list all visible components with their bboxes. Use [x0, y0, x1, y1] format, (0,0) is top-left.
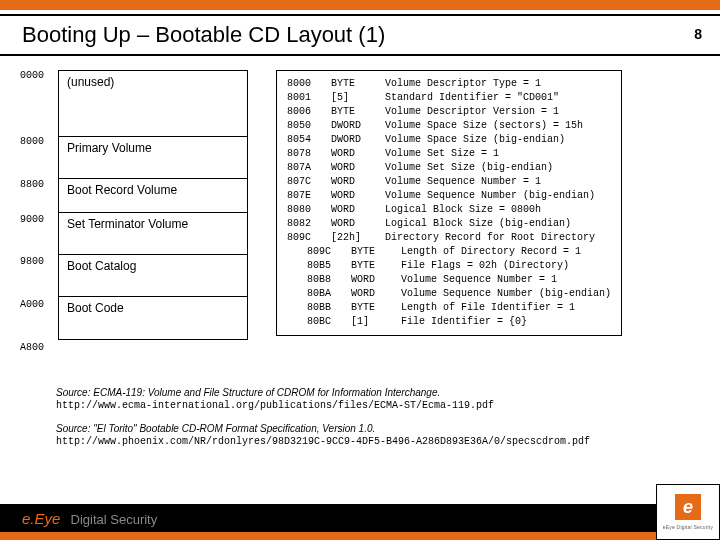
dump-offset: 80B8 [307, 273, 351, 287]
dump-row: 8050DWORDVolume Space Size (sectors) = 1… [287, 119, 611, 133]
dump-offset: 809C [287, 231, 331, 245]
dump-row: 8080WORDLogical Block Size = 0800h [287, 203, 611, 217]
dump-type: WORD [331, 161, 385, 175]
page-title: Booting Up – Bootable CD Layout (1) [0, 16, 720, 50]
dump-type: WORD [351, 273, 401, 287]
dump-offset: 8006 [287, 105, 331, 119]
dump-desc: File Identifier = {0} [401, 315, 527, 329]
offset-label: A000 [20, 299, 44, 310]
offset-label: 8000 [20, 136, 44, 147]
dump-offset: 8050 [287, 119, 331, 133]
dump-type: WORD [331, 203, 385, 217]
dump-desc: Volume Sequence Number = 1 [385, 175, 541, 189]
dump-offset: 8078 [287, 147, 331, 161]
dump-desc: Volume Sequence Number (big-endian) [401, 287, 611, 301]
layout-cell: Boot Catalog [59, 255, 247, 297]
dump-desc: Volume Set Size = 1 [385, 147, 499, 161]
dump-type: BYTE [351, 259, 401, 273]
logo-box: e eEye Digital Security [656, 484, 720, 540]
dump-type: [5] [331, 91, 385, 105]
dump-offset: 807C [287, 175, 331, 189]
dump-row: 809CBYTELength of Directory Record = 1 [287, 245, 611, 259]
dump-desc: Standard Identifier = "CD001" [385, 91, 559, 105]
dump-offset: 807E [287, 189, 331, 203]
dump-row: 8054DWORDVolume Space Size (big-endian) [287, 133, 611, 147]
top-accent-bar [0, 0, 720, 10]
logo-icon: e [675, 494, 701, 520]
dump-row: 80BBBYTELength of File Identifier = 1 [287, 301, 611, 315]
dump-desc: Volume Descriptor Type = 1 [385, 77, 541, 91]
source-url: http://www.ecma-international.org/public… [56, 399, 590, 412]
logo-text: eEye Digital Security [663, 524, 713, 530]
source-url: http://www.phoenix.com/NR/rdonlyres/98D3… [56, 435, 590, 448]
dump-desc: Logical Block Size = 0800h [385, 203, 541, 217]
dump-desc: Length of File Identifier = 1 [401, 301, 575, 315]
footer: e.Eye Digital Security e eEye Digital Se… [0, 504, 720, 540]
dump-offset: 80B5 [307, 259, 351, 273]
dump-row: 807CWORDVolume Sequence Number = 1 [287, 175, 611, 189]
source-label: Source: ECMA-119: Volume and File Struct… [56, 386, 590, 399]
page-number: 8 [694, 26, 702, 42]
layout-cell: Set Terminator Volume [59, 213, 247, 255]
dump-desc: File Flags = 02h (Directory) [401, 259, 569, 273]
dump-type: WORD [331, 147, 385, 161]
offset-label: 9000 [20, 214, 44, 225]
layout-cell: (unused) [59, 71, 247, 137]
dump-type: BYTE [331, 77, 385, 91]
dump-offset: 80BA [307, 287, 351, 301]
layout-cell: Boot Record Volume [59, 179, 247, 213]
dump-type: BYTE [351, 301, 401, 315]
dump-type: WORD [351, 287, 401, 301]
dump-row: 80BC[1]File Identifier = {0} [287, 315, 611, 329]
dump-desc: Volume Descriptor Version = 1 [385, 105, 559, 119]
offset-label: A800 [20, 342, 44, 353]
dump-offset: 809C [307, 245, 351, 259]
dump-row: 80B5BYTEFile Flags = 02h (Directory) [287, 259, 611, 273]
dump-row: 809C[22h]Directory Record for Root Direc… [287, 231, 611, 245]
dump-type: DWORD [331, 119, 385, 133]
dump-desc: Volume Sequence Number (big-endian) [385, 189, 595, 203]
dump-row: 80B8WORDVolume Sequence Number = 1 [287, 273, 611, 287]
dump-type: WORD [331, 189, 385, 203]
dump-offset: 807A [287, 161, 331, 175]
layout-cell: Boot Code [59, 297, 247, 339]
offset-label: 9800 [20, 256, 44, 267]
source-citation: Source: "El Torito" Bootable CD-ROM Form… [56, 422, 590, 448]
source-label: Source: "El Torito" Bootable CD-ROM Form… [56, 422, 590, 435]
offset-label: 8800 [20, 179, 44, 190]
dump-type: [22h] [331, 231, 385, 245]
content-area: 0000 8000 8800 9000 9800 A000 A800 (unus… [0, 56, 720, 70]
footer-accent [0, 532, 720, 540]
dump-offset: 80BC [307, 315, 351, 329]
brand: e.Eye Digital Security [22, 510, 157, 527]
footer-bar: e.Eye Digital Security [0, 504, 720, 532]
dump-desc: Volume Sequence Number = 1 [401, 273, 557, 287]
dump-desc: Volume Set Size (big-endian) [385, 161, 553, 175]
dump-desc: Logical Block Size (big-endian) [385, 217, 571, 231]
dump-type: [1] [351, 315, 401, 329]
dump-row: 8001[5]Standard Identifier = "CD001" [287, 91, 611, 105]
dump-type: BYTE [351, 245, 401, 259]
offset-label: 0000 [20, 70, 44, 81]
dump-type: BYTE [331, 105, 385, 119]
dump-desc: Volume Space Size (sectors) = 15h [385, 119, 583, 133]
dump-row: 80BAWORDVolume Sequence Number (big-endi… [287, 287, 611, 301]
dump-type: WORD [331, 175, 385, 189]
sources: Source: ECMA-119: Volume and File Struct… [56, 386, 590, 458]
dump-row: 8078WORDVolume Set Size = 1 [287, 147, 611, 161]
dump-offset: 8054 [287, 133, 331, 147]
dump-row: 8006BYTEVolume Descriptor Version = 1 [287, 105, 611, 119]
dump-desc: Length of Directory Record = 1 [401, 245, 581, 259]
dump-type: DWORD [331, 133, 385, 147]
layout-cell: Primary Volume [59, 137, 247, 179]
brand-tagline: Digital Security [65, 512, 158, 527]
dump-offset: 80BB [307, 301, 351, 315]
dump-offset: 8082 [287, 217, 331, 231]
dump-row: 8082WORDLogical Block Size (big-endian) [287, 217, 611, 231]
source-citation: Source: ECMA-119: Volume and File Struct… [56, 386, 590, 412]
cd-layout-diagram: 0000 8000 8800 9000 9800 A000 A800 (unus… [20, 70, 250, 340]
dump-row: 807AWORDVolume Set Size (big-endian) [287, 161, 611, 175]
dump-desc: Volume Space Size (big-endian) [385, 133, 565, 147]
dump-offset: 8000 [287, 77, 331, 91]
dump-offset: 8080 [287, 203, 331, 217]
